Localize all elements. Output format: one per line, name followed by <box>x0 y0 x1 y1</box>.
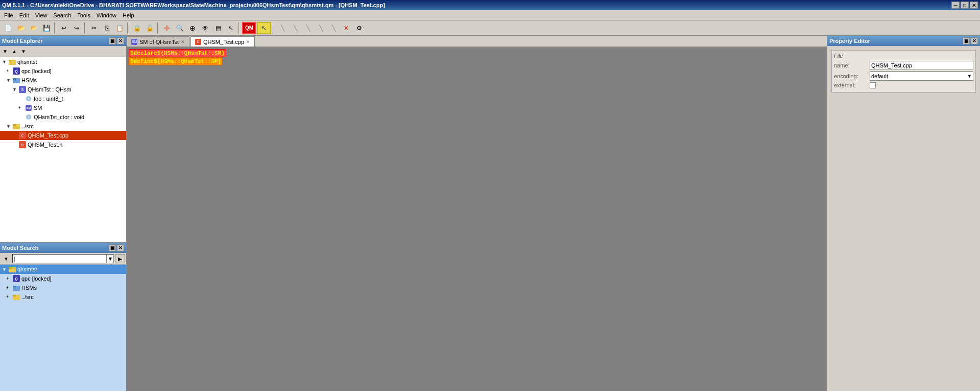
prop-checkbox-external[interactable] <box>870 82 876 88</box>
undo-button[interactable]: ↩ <box>58 22 70 34</box>
tab-sm[interactable]: SM SM of QHsmTst ✕ <box>127 36 189 47</box>
tree-item-hsms[interactable]: ▼ HSMs <box>0 76 126 85</box>
property-editor-title: Property Editor <box>829 38 870 44</box>
tree-item-ctor[interactable]: f QHsmTst_ctor : void <box>0 112 126 122</box>
close-explorer-button[interactable]: ✕ <box>117 37 124 44</box>
restore-button[interactable]: □ <box>961 2 969 9</box>
prop-value-name[interactable]: QHSM_Test.cpp <box>870 61 973 70</box>
code-line-1: $declare${HSMs::QHsmTst::SM} <box>129 49 226 57</box>
search-expand-hsms[interactable]: + <box>6 285 12 290</box>
lock2-button[interactable]: 🔓 <box>144 22 156 34</box>
eye-button[interactable]: 👁 <box>199 22 211 34</box>
copy-button[interactable]: ⎘ <box>101 22 113 34</box>
tree-label-hsms: HSMs <box>21 77 37 83</box>
prop-value-encoding[interactable]: default ▼ <box>870 72 973 81</box>
tree-item-qpc[interactable]: + Q qpc [locked] <box>0 66 126 76</box>
tree-item-sm[interactable]: + SM SM <box>0 103 126 112</box>
folder-icon-src <box>12 122 20 130</box>
float-search-button[interactable]: ▣ <box>109 244 116 251</box>
minimize-button[interactable]: ─ <box>951 2 960 9</box>
tree-item-src[interactable]: ▼ ../src <box>0 122 126 131</box>
tree-item-foo[interactable]: f foo : uint8_t <box>0 94 126 103</box>
tree-item-qhsm-cpp[interactable]: C QHSM_Test.cpp <box>0 131 126 140</box>
menu-edit[interactable]: Edit <box>16 12 32 19</box>
model-search-controls: ▣ ✕ <box>109 244 124 251</box>
new-button[interactable]: 📄 <box>2 22 14 34</box>
paste-button[interactable]: 📋 <box>113 22 126 34</box>
tool4-button[interactable]: ╲ <box>315 22 327 34</box>
open-button[interactable]: 📂 <box>15 22 27 34</box>
close-button[interactable]: ✕ <box>970 2 978 9</box>
menu-file[interactable]: File <box>1 12 16 19</box>
tab-cpp-close[interactable]: ✕ <box>246 39 250 44</box>
explorer-up-button[interactable]: ▲ <box>10 48 18 56</box>
add-button[interactable]: ✛ <box>161 22 173 34</box>
save-button[interactable]: 💾 <box>40 22 53 34</box>
search-label-qhsmtst: qhsmtst <box>17 266 37 272</box>
search-input[interactable] <box>12 254 107 263</box>
encoding-dropdown-icon[interactable]: ▼ <box>967 74 973 79</box>
tree-item-qhsm-h[interactable]: H QHSM_Test.h <box>0 140 126 149</box>
menu-view[interactable]: View <box>32 12 51 19</box>
toolbar-separator-1 <box>54 22 56 34</box>
expand-hsms[interactable]: ▼ <box>6 78 12 83</box>
lock-button[interactable]: 🔒 <box>131 22 143 34</box>
redo-button[interactable]: ↪ <box>70 22 83 34</box>
expand-qhsmtst[interactable]: ▼ <box>2 59 8 64</box>
search-tree-item-qpc[interactable]: + Q qpc [locked] <box>0 274 126 283</box>
search-dropdown-btn[interactable]: ▼ <box>107 254 114 263</box>
expand-src[interactable]: ▼ <box>6 124 12 129</box>
panel-button[interactable]: ▤ <box>212 22 224 34</box>
menu-help[interactable]: Help <box>119 12 137 19</box>
cursor-button[interactable]: ↖ <box>225 22 237 34</box>
property-row-encoding: encoding: default ▼ <box>834 72 973 81</box>
menu-window[interactable]: Window <box>93 12 119 19</box>
menu-search[interactable]: Search <box>50 12 74 19</box>
tab-sm-close[interactable]: ✕ <box>181 39 185 44</box>
search-go-button[interactable]: ▶ <box>115 254 125 263</box>
search-filter-dropdown[interactable]: ▼ <box>1 255 11 263</box>
tool3-button[interactable]: ╲ <box>302 22 314 34</box>
search-tree: ▼ qhsmtst + Q qpc [locked] + <box>0 265 126 391</box>
svg-rect-1 <box>9 60 12 61</box>
float-property-button[interactable]: ▣ <box>963 37 970 44</box>
search-tree-item-hsms[interactable]: + HSMs <box>0 283 126 292</box>
property-editor-header: Property Editor ▣ ✕ <box>827 36 980 46</box>
expand-sm[interactable]: + <box>18 105 25 110</box>
close-search-button[interactable]: ✕ <box>117 244 124 251</box>
cut-button[interactable]: ✂ <box>88 22 100 34</box>
func-icon-ctor: f <box>25 113 33 121</box>
close-property-button[interactable]: ✕ <box>971 37 978 44</box>
editor-area[interactable]: $declare${HSMs::QHsmTst::SM} $define${HS… <box>127 47 827 391</box>
expand-qpc[interactable]: + <box>6 68 12 74</box>
search-expand-qpc[interactable]: + <box>6 276 12 281</box>
nav-button[interactable]: ⊕ <box>186 22 199 34</box>
qm-logo-button[interactable]: QM <box>242 22 256 34</box>
tree-item-qhsmtst-class[interactable]: ▼ S QHsmTst : QHsm <box>0 85 126 94</box>
tree-item-qhsmtst[interactable]: ▼ qhsmtst <box>0 57 126 66</box>
title-controls: ─ □ ✕ <box>951 2 978 9</box>
expand-qhsmtst-class[interactable]: ▼ <box>12 87 18 92</box>
prop-label-name: name: <box>834 62 870 68</box>
svg-rect-3 <box>13 78 16 80</box>
cursor-active-button[interactable]: ↖ <box>257 22 271 34</box>
search-expand-qhsmtst[interactable]: ▼ <box>2 267 8 272</box>
tool2-button[interactable]: ╲ <box>289 22 301 34</box>
menu-tools[interactable]: Tools <box>74 12 93 19</box>
explorer-down-button[interactable]: ▼ <box>19 48 28 56</box>
search-expand-src[interactable]: + <box>6 294 12 300</box>
search-button[interactable]: 🔍 <box>174 22 186 34</box>
tool1-button[interactable]: ╲ <box>276 22 289 34</box>
search-tree-item-qhsmtst[interactable]: ▼ qhsmtst <box>0 265 126 274</box>
float-explorer-button[interactable]: ▣ <box>109 37 116 44</box>
tool6-button[interactable]: ✕ <box>340 22 352 34</box>
explorer-toolbar: ▼ ▲ ▼ <box>0 46 126 57</box>
search-tree-item-src[interactable]: + ../src <box>0 292 126 302</box>
explorer-back-button[interactable]: ▼ <box>1 48 9 56</box>
tab-cpp[interactable]: C QHSM_Test.cpp ✕ <box>190 36 255 47</box>
property-row-external: external: <box>834 82 973 88</box>
open2-button[interactable]: 📂 <box>28 22 40 34</box>
gear-button[interactable]: ⚙ <box>353 22 365 34</box>
tool5-button[interactable]: ╲ <box>327 22 340 34</box>
tree-label-qhsmtst: qhsmtst <box>17 59 37 65</box>
